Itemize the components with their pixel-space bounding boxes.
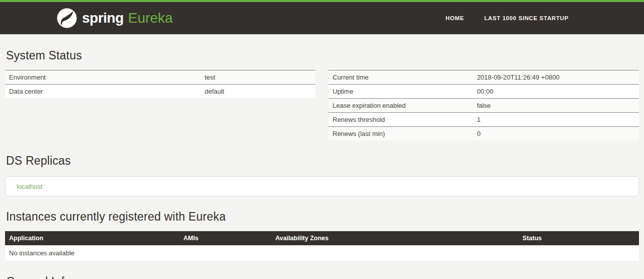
- ds-replicas-panel: localhost: [5, 176, 639, 196]
- table-row: Renews threshold 1: [329, 113, 639, 127]
- ds-replicas-title: DS Replicas: [6, 154, 638, 168]
- system-status-left-col: Environment test Data center default: [5, 70, 315, 98]
- nav-links: HOME LAST 1000 SINCE STARTUP: [446, 15, 569, 21]
- empty-row-message: No instances available: [5, 245, 639, 261]
- table-row: Current time 2018-09-20T11:26:49 +0800: [329, 71, 639, 85]
- row-label: Renews threshold: [329, 113, 473, 127]
- replica-link-localhost[interactable]: localhost: [17, 183, 42, 190]
- system-status-title: System Status: [6, 49, 638, 62]
- table-row: Environment test: [5, 71, 315, 85]
- row-label: Lease expiration enabled: [329, 99, 473, 113]
- brand-spring-text: spring: [82, 11, 124, 25]
- row-value: 00:00: [473, 85, 639, 99]
- row-label: Data center: [5, 85, 201, 99]
- column-header-application: Application: [5, 231, 180, 245]
- table-row: Lease expiration enabled false: [329, 99, 639, 113]
- table-row: Renews (last min) 0: [329, 127, 639, 141]
- page-content: System Status Environment test Data cent…: [0, 49, 644, 279]
- row-value: 0: [473, 127, 639, 141]
- system-status-right-col: Current time 2018-09-20T11:26:49 +0800 U…: [329, 70, 639, 141]
- row-label: Uptime: [329, 85, 473, 99]
- row-value: default: [201, 85, 315, 99]
- column-header-availability-zones: Availability Zones: [271, 231, 518, 245]
- system-status-table-right: Current time 2018-09-20T11:26:49 +0800 U…: [329, 70, 639, 141]
- row-label: Current time: [329, 71, 473, 85]
- column-header-amis: AMIs: [180, 231, 272, 245]
- spring-leaf-logo-icon: [57, 8, 77, 28]
- table-row: No instances available: [5, 245, 639, 261]
- system-status-tables: Environment test Data center default Cur…: [5, 70, 639, 141]
- nav-link-last-1000-since-startup[interactable]: LAST 1000 SINCE STARTUP: [484, 15, 569, 21]
- row-value: test: [201, 71, 315, 85]
- instances-table: Application AMIs Availability Zones Stat…: [5, 231, 639, 261]
- row-label: Renews (last min): [329, 127, 473, 141]
- brand: spring Eureka: [57, 8, 173, 28]
- column-header-status: Status: [519, 231, 639, 245]
- general-info-title: General Info: [6, 275, 638, 279]
- row-value: 1: [473, 113, 639, 127]
- system-status-table-left: Environment test Data center default: [5, 70, 315, 98]
- table-row: Data center default: [5, 85, 315, 99]
- row-value: false: [473, 99, 639, 113]
- instances-title: Instances currently registered with Eure…: [6, 210, 638, 224]
- row-value: 2018-09-20T11:26:49 +0800: [473, 71, 639, 85]
- instances-header-row: Application AMIs Availability Zones Stat…: [5, 231, 639, 245]
- row-label: Environment: [5, 71, 201, 85]
- table-row: Uptime 00:00: [329, 85, 639, 99]
- navbar: spring Eureka HOME LAST 1000 SINCE START…: [0, 0, 644, 34]
- nav-link-home[interactable]: HOME: [446, 15, 464, 21]
- brand-eureka-text: Eureka: [128, 11, 173, 25]
